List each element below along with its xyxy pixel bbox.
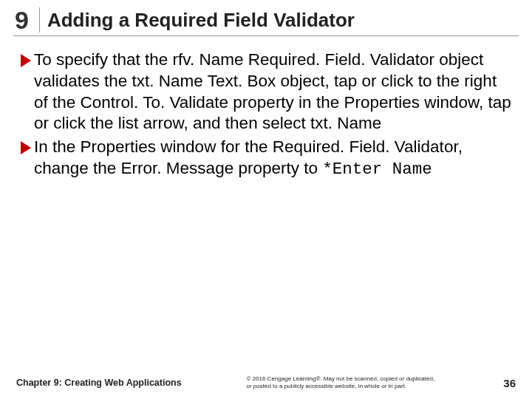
footer-copyright: © 2016 Cengage Learning®. May not be sca… xyxy=(246,375,438,390)
slide-title: Adding a Required Field Validator xyxy=(40,9,355,32)
slide-footer: Chapter 9: Creating Web Applications © 2… xyxy=(0,375,532,390)
bullet-arrow-icon xyxy=(21,141,31,154)
bullet-item: In the Properties window for the Require… xyxy=(21,137,511,180)
footer-chapter-label: Chapter 9: Creating Web Applications xyxy=(16,378,182,388)
bullet-text-mono: *Enter Name xyxy=(322,160,432,179)
slide-content: To specify that the rfv. Name Required. … xyxy=(0,36,532,180)
bullet-item: To specify that the rfv. Name Required. … xyxy=(21,50,511,135)
bullet-text: In the Properties window for the Require… xyxy=(34,137,511,180)
bullet-text-pre: To specify that the rfv. Name Required. … xyxy=(34,50,511,132)
bullet-arrow-icon xyxy=(21,54,31,67)
slide-header: 9 Adding a Required Field Validator xyxy=(13,0,519,36)
chapter-number: 9 xyxy=(13,7,40,33)
footer-page-number: 36 xyxy=(503,377,516,389)
bullet-text: To specify that the rfv. Name Required. … xyxy=(34,50,511,135)
